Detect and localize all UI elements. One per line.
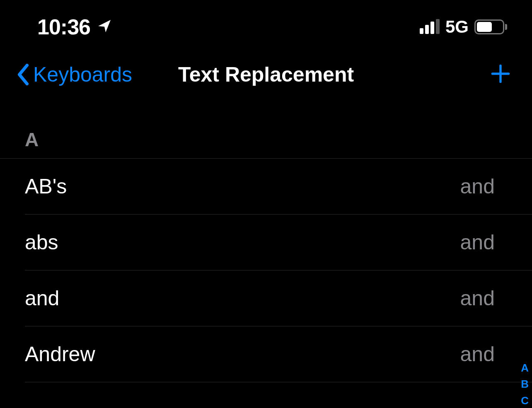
location-services-icon — [95, 19, 112, 35]
list-row[interactable]: AB's and — [0, 159, 532, 214]
index-letter[interactable]: C — [521, 394, 529, 408]
cellular-signal-icon — [420, 20, 440, 34]
alphabet-index-bar[interactable]: A B C — [521, 361, 529, 408]
row-shortcut: and — [460, 342, 495, 366]
status-left: 10:36 — [37, 14, 112, 39]
index-letter[interactable]: B — [521, 377, 529, 391]
list-row[interactable]: abs and — [0, 215, 532, 270]
back-label: Keyboards — [33, 63, 132, 87]
section-header-label: A — [25, 129, 39, 150]
row-phrase: and — [25, 286, 59, 310]
row-shortcut: and — [460, 174, 495, 198]
row-phrase: Andrew — [25, 342, 95, 366]
section-header: A — [0, 128, 532, 159]
battery-icon — [474, 19, 507, 34]
divider — [25, 382, 532, 382]
add-button[interactable] — [490, 63, 511, 86]
list-row[interactable]: and and — [0, 270, 532, 326]
network-type: 5G — [445, 17, 469, 37]
status-time: 10:36 — [37, 14, 90, 39]
status-right: 5G — [420, 17, 507, 37]
status-bar: 10:36 5G — [0, 0, 532, 46]
row-phrase: abs — [25, 230, 58, 254]
row-phrase: AB's — [25, 174, 67, 198]
page-title: Text Replacement — [178, 63, 354, 87]
list-row[interactable]: Andrew and — [0, 326, 532, 382]
navigation-bar: Keyboards Text Replacement — [0, 46, 532, 99]
row-shortcut: and — [460, 230, 495, 254]
plus-icon — [490, 63, 511, 84]
row-shortcut: and — [460, 286, 495, 310]
chevron-left-icon — [17, 64, 30, 85]
index-letter[interactable]: A — [521, 361, 529, 375]
back-button[interactable]: Keyboards — [17, 63, 132, 87]
content-area: A AB's and abs and and and Andrew and — [0, 99, 532, 382]
